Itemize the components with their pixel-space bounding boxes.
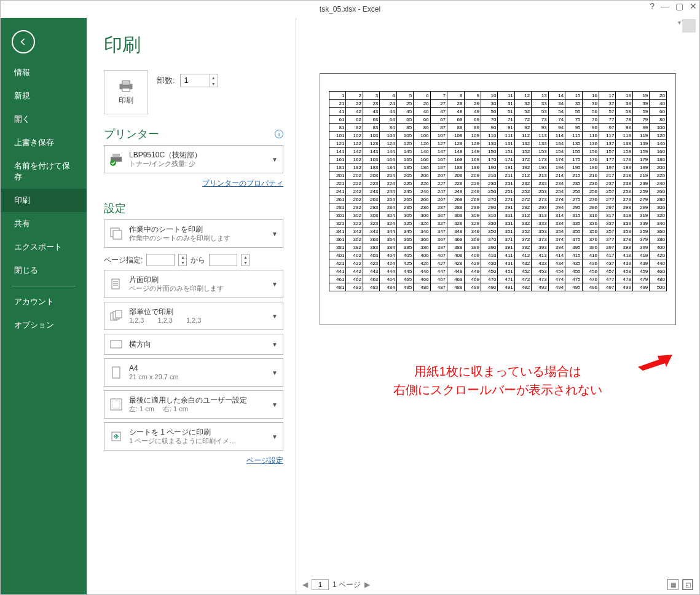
grid-cell: 401 (329, 251, 346, 259)
grid-cell: 30 (481, 100, 497, 108)
grid-cell: 427 (430, 259, 447, 267)
nav-item-8[interactable]: 閉じる (1, 259, 87, 282)
grid-cell: 315 (565, 211, 582, 219)
copies-input[interactable] (181, 74, 209, 87)
grid-cell: 46 (414, 108, 430, 116)
grid-cell: 290 (481, 203, 497, 211)
page-from-stepper[interactable]: ▲▼ (178, 254, 187, 266)
zoom-to-page-button[interactable]: ◱ (682, 579, 693, 590)
page-heading: 印刷 (104, 33, 283, 58)
grid-cell: 297 (599, 203, 616, 211)
prev-page-button[interactable]: ◀ (302, 580, 308, 589)
nav-item-10[interactable]: オプション (1, 313, 87, 337)
paper-size-select[interactable]: A421 cm x 29.7 cm ▼ (104, 358, 283, 387)
nav-item-7[interactable]: エクスポート (1, 235, 87, 259)
grid-cell: 466 (414, 275, 430, 283)
grid-cell: 453 (532, 267, 548, 275)
grid-cell: 496 (582, 283, 599, 291)
svg-rect-2 (122, 88, 130, 91)
nav-item-5[interactable]: 印刷 (1, 189, 87, 212)
grid-cell: 177 (599, 156, 616, 164)
grid-cell: 210 (481, 171, 497, 179)
grid-cell: 344 (380, 227, 396, 235)
nav-item-2[interactable]: 開く (1, 108, 87, 131)
grid-cell: 212 (514, 171, 531, 179)
nav-item-0[interactable]: 情報 (1, 61, 87, 84)
grid-cell: 63 (363, 116, 379, 124)
grid-cell: 292 (514, 203, 531, 211)
grid-cell: 351 (498, 227, 514, 235)
nav-item-3[interactable]: 上書き保存 (1, 131, 87, 154)
grid-cell: 124 (380, 140, 396, 148)
grid-cell: 214 (548, 171, 565, 179)
page-to-input[interactable] (209, 254, 237, 266)
grid-cell: 269 (464, 195, 481, 203)
grid-cell: 130 (481, 140, 497, 148)
grid-cell: 92 (514, 124, 531, 132)
print-button[interactable]: 印刷 (104, 70, 148, 114)
print-scope-select[interactable]: 作業中のシートを印刷作業中のシートのみを印刷します ▼ (104, 219, 283, 248)
show-margins-button[interactable]: ▦ (667, 579, 678, 590)
sides-select[interactable]: 片面印刷ページの片面のみを印刷します ▼ (104, 270, 283, 298)
nav-item-9[interactable]: アカウント (1, 290, 87, 313)
grid-cell: 22 (346, 100, 363, 108)
scaling-select[interactable]: シートを 1 ページに印刷1 ページに収まるように印刷イメ… ▼ (104, 422, 283, 451)
close-icon[interactable]: ✕ (690, 2, 697, 10)
grid-cell: 180 (650, 156, 667, 164)
grid-cell: 242 (346, 187, 363, 195)
copies-up-icon[interactable]: ▲ (210, 74, 218, 81)
grid-cell: 43 (363, 108, 379, 116)
page-number-input[interactable] (312, 579, 329, 590)
page-to-stepper[interactable]: ▲▼ (241, 254, 250, 266)
grid-cell: 122 (346, 140, 363, 148)
landscape-icon (108, 339, 124, 350)
grid-cell: 207 (430, 171, 447, 179)
page-range-row: ページ指定: ▲▼ から ▲▼ (104, 254, 283, 266)
grid-cell: 346 (414, 227, 430, 235)
page-from-input[interactable] (146, 254, 175, 266)
back-button[interactable] (12, 30, 35, 53)
grid-cell: 353 (532, 227, 548, 235)
page-setup-link[interactable]: ページ設定 (246, 456, 283, 465)
grid-cell: 84 (380, 124, 396, 132)
nav-item-4[interactable]: 名前を付けて保存 (1, 154, 87, 189)
grid-cell: 486 (414, 283, 430, 291)
copies-spinner[interactable]: ▲▼ (180, 74, 218, 87)
printer-properties-link[interactable]: プリンターのプロパティ (202, 179, 283, 187)
collate-select[interactable]: 部単位で印刷1,2,3 1,2,3 1,2,3 ▼ (104, 302, 283, 330)
grid-cell: 76 (582, 116, 599, 124)
grid-cell: 375 (565, 235, 582, 243)
svg-rect-7 (113, 231, 122, 239)
printer-select[interactable]: LBP9510C（技術部） トナー/インク残量: 少 ▼ (104, 145, 283, 173)
grid-cell: 96 (582, 124, 599, 132)
minimize-icon[interactable]: — (661, 2, 669, 10)
grid-cell: 490 (481, 283, 497, 291)
orientation-select[interactable]: 横方向 ▼ (104, 334, 283, 355)
grid-cell: 491 (498, 283, 514, 291)
grid-cell: 310 (481, 211, 497, 219)
grid-cell: 32 (514, 100, 531, 108)
grid-cell: 430 (481, 259, 497, 267)
annotation-arrow-icon (638, 355, 672, 371)
chevron-down-icon: ▼ (270, 369, 279, 376)
grid-cell: 485 (396, 283, 413, 291)
nav-item-1[interactable]: 新規 (1, 84, 87, 108)
grid-cell: 396 (582, 243, 599, 251)
grid-cell: 112 (514, 132, 531, 140)
grid-cell: 458 (616, 267, 632, 275)
grid-cell: 402 (346, 251, 363, 259)
grid-cell: 475 (565, 275, 582, 283)
grid-cell: 145 (396, 148, 413, 156)
grid-cell: 82 (346, 124, 363, 132)
grid-cell: 106 (414, 132, 430, 140)
margins-select[interactable]: 最後に適用した余白のユーザー設定左: 1 cm 右: 1 cm ▼ (104, 390, 283, 419)
grid-cell: 57 (599, 108, 616, 116)
copies-down-icon[interactable]: ▼ (210, 81, 218, 87)
next-page-button[interactable]: ▶ (364, 580, 370, 589)
maximize-icon[interactable]: ▢ (675, 2, 683, 10)
help-icon[interactable]: ? (650, 2, 655, 10)
nav-item-6[interactable]: 共有 (1, 212, 87, 235)
grid-cell: 457 (599, 267, 616, 275)
printer-info-icon[interactable]: i (275, 130, 283, 138)
grid-cell: 185 (396, 164, 413, 171)
